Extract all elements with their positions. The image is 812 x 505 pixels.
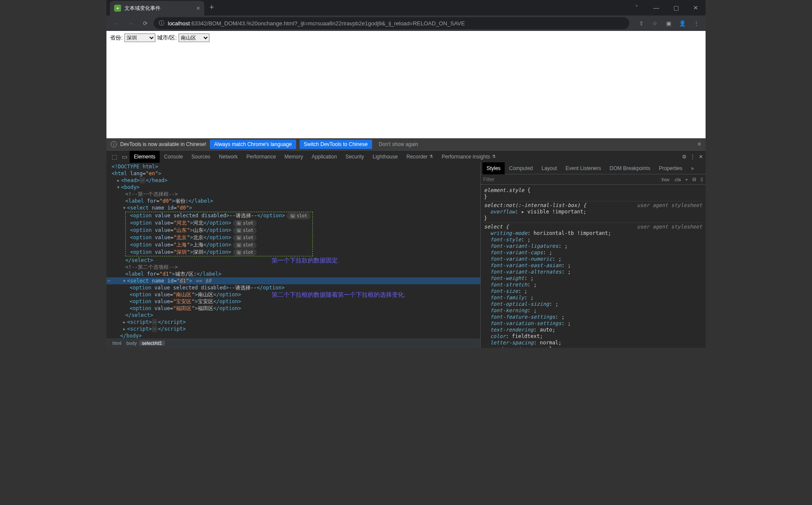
dom-tree[interactable]: <!DOCTYPE html> <html lang="en"> ▸<head>…	[106, 162, 480, 338]
inspect-icon[interactable]: ⬚	[109, 153, 119, 160]
close-tab-button[interactable]: ×	[197, 5, 200, 12]
browser-tab[interactable]: ✦ 文本域变化事件 ×	[110, 1, 204, 15]
panel-icon[interactable]: ▣	[663, 17, 675, 29]
devtools-notice: i DevTools is now available in Chinese! …	[106, 138, 706, 150]
city-label: 城市/区:	[157, 34, 177, 42]
computed-icon[interactable]: ⊟	[692, 176, 696, 182]
close-window-button[interactable]: ✕	[686, 0, 706, 15]
tab-sources[interactable]: Sources	[187, 151, 215, 163]
tab-security[interactable]: Security	[341, 151, 368, 163]
tab-network[interactable]: Network	[215, 151, 242, 163]
bc-body[interactable]: body	[124, 341, 139, 346]
styles-panel: Styles Computed Layout Event Listeners D…	[481, 162, 706, 348]
tab-perf-insights[interactable]: Performance insights ⚗	[437, 151, 500, 163]
city-select[interactable]: 南山区	[179, 33, 209, 42]
info-icon: i	[111, 141, 117, 147]
selected-node[interactable]: ⋯▾<select name id="d1">== $0	[106, 277, 480, 284]
match-language-button[interactable]: Always match Chrome's language	[210, 140, 296, 149]
bc-select[interactable]: select#d1	[139, 341, 165, 346]
layout-icon[interactable]: ▯	[700, 176, 703, 182]
tab-recorder[interactable]: Recorder ⚗	[402, 151, 437, 163]
page-content: 省份: 深圳 城市/区: 南山区	[106, 31, 706, 138]
styles-filter-input[interactable]	[483, 176, 657, 183]
cls-toggle[interactable]: .cls	[674, 177, 681, 182]
tab-layout[interactable]: Layout	[537, 162, 561, 174]
breadcrumb[interactable]: html body select#d1	[106, 338, 480, 348]
hov-toggle[interactable]: :hov	[661, 177, 670, 182]
chevron-down-icon[interactable]: ˅	[627, 0, 646, 15]
tab-lighthouse[interactable]: Lighthouse	[368, 151, 402, 163]
tab-event-listeners[interactable]: Event Listeners	[561, 162, 606, 174]
more-icon[interactable]: ⋮	[690, 154, 695, 160]
notice-text: DevTools is now available in Chinese!	[120, 141, 206, 147]
menu-icon[interactable]: ⋮	[690, 17, 702, 29]
tab-dom-breakpoints[interactable]: DOM Breakpoints	[605, 162, 654, 174]
device-icon[interactable]: ▭	[119, 153, 130, 160]
favicon-icon: ✦	[114, 5, 121, 12]
maximize-button[interactable]: ▢	[666, 0, 686, 15]
tab-console[interactable]: Console	[160, 151, 187, 163]
share-icon[interactable]: ⇧	[635, 17, 647, 29]
province-select[interactable]: 深圳	[124, 33, 155, 42]
info-icon: ⓘ	[159, 19, 164, 27]
tab-title: 文本域变化事件	[124, 5, 193, 12]
annotation-1: 第一个下拉款的数据固定.	[272, 257, 339, 264]
devtools-tabs: ⬚ ▭ Elements Console Sources Network Per…	[106, 150, 706, 162]
new-tab-button[interactable]: +	[204, 0, 219, 15]
forward-button[interactable]: →	[124, 17, 136, 29]
minimize-button[interactable]: —	[646, 0, 666, 15]
profile-icon[interactable]: 👤	[676, 17, 688, 29]
close-notice-button[interactable]: ×	[697, 140, 701, 148]
url-input[interactable]: ⓘ localhost:63342/BOM_DOM/43.%20onchange…	[154, 17, 629, 29]
annotation-2: 第二个下拉框的数据随着第一个下拉框的选择变化.	[272, 291, 406, 298]
new-style-button[interactable]: +	[685, 177, 688, 182]
settings-icon[interactable]: ⚙	[682, 154, 687, 160]
url-text: localhost:63342/BOM_DOM/43.%20onchange.h…	[168, 20, 465, 27]
tab-computed[interactable]: Computed	[505, 162, 537, 174]
switch-language-button[interactable]: Switch DevTools to Chinese	[300, 140, 372, 149]
reload-button[interactable]: ⟳	[139, 17, 151, 29]
bookmark-icon[interactable]: ☆	[649, 17, 661, 29]
tab-application[interactable]: Application	[307, 151, 341, 163]
css-rules[interactable]: element.style {} user agent stylesheet s…	[481, 185, 706, 348]
tab-styles[interactable]: Styles	[482, 162, 505, 174]
elements-panel: <!DOCTYPE html> <html lang="en"> ▸<head>…	[106, 162, 481, 348]
close-devtools-button[interactable]: ✕	[699, 154, 703, 160]
dom-node[interactable]: <!DOCTYPE html>	[112, 164, 158, 170]
tab-strip: ✦ 文本域变化事件 × + ˅ — ▢ ✕	[106, 0, 706, 15]
more-tabs-icon[interactable]: »	[687, 162, 698, 174]
tab-properties[interactable]: Properties	[654, 162, 687, 174]
province-label: 省份:	[110, 34, 123, 42]
tab-performance[interactable]: Performance	[242, 151, 280, 163]
tab-elements[interactable]: Elements	[130, 151, 160, 163]
dont-show-button[interactable]: Don't show again	[376, 140, 422, 149]
bc-html[interactable]: html	[110, 341, 124, 346]
address-bar: ← → ⟳ ⓘ localhost:63342/BOM_DOM/43.%20on…	[106, 15, 706, 31]
back-button[interactable]: ←	[110, 17, 122, 29]
tab-memory[interactable]: Memory	[280, 151, 307, 163]
